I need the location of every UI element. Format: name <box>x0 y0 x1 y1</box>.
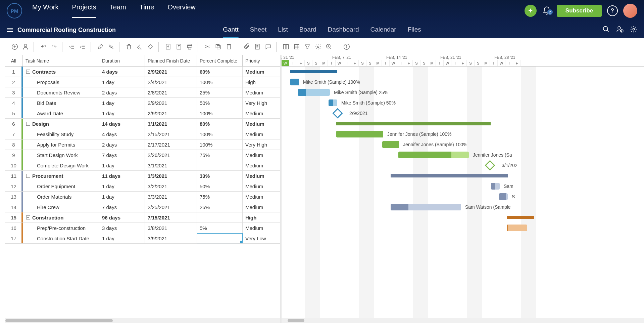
task-row[interactable]: 7Feasibility Study4 days2/15/2021100%Med… <box>5 129 280 139</box>
milestone-icon[interactable] <box>146 43 154 51</box>
task-row[interactable]: 3Documents Review2 days2/8/202125%Medium <box>5 87 280 98</box>
task-row[interactable]: 12Order Equipment1 day3/2/202150%Medium <box>5 181 280 192</box>
logo[interactable]: PM <box>7 3 22 18</box>
task-row[interactable]: 16Prep/Pre-construction3 days3/8/20215%M… <box>5 223 280 233</box>
indent-icon[interactable] <box>79 43 87 51</box>
settings-icon[interactable] <box>314 43 322 51</box>
task-row[interactable]: 5Award Date1 day2/9/2021100%Medium <box>5 108 280 119</box>
notes-icon[interactable] <box>253 43 261 51</box>
outdent-icon[interactable] <box>68 43 76 51</box>
svg-point-2 <box>618 27 621 29</box>
add-user-icon[interactable] <box>616 25 624 35</box>
task-row[interactable]: 17Construction Start Date1 day3/9/2021Ve… <box>5 233 280 244</box>
view-list[interactable]: List <box>278 22 288 38</box>
task-row[interactable]: 11Procurement11 days3/3/202133%Medium <box>5 171 280 181</box>
help-icon[interactable]: ? <box>607 5 618 16</box>
nav-my-work[interactable]: My Work <box>32 3 59 18</box>
copy-icon[interactable] <box>214 43 222 51</box>
view-board[interactable]: Board <box>299 22 316 38</box>
task-row[interactable]: 10Complete Design Work1 day3/1/2021Mediu… <box>5 160 280 171</box>
split-icon[interactable] <box>282 43 290 51</box>
view-files[interactable]: Files <box>408 22 421 38</box>
task-row[interactable]: 15Construction96 days7/15/2021High <box>5 212 280 223</box>
import-icon[interactable] <box>164 43 172 51</box>
svg-rect-36 <box>286 44 289 49</box>
project-name: Commercial Roofing Construction <box>17 27 116 34</box>
svg-point-50 <box>347 45 347 45</box>
export-icon[interactable] <box>175 43 183 51</box>
task-row[interactable]: 2Proposals1 day2/4/2021100%High <box>5 77 280 87</box>
view-sheet[interactable]: Sheet <box>250 22 267 38</box>
gear-icon[interactable] <box>630 26 637 34</box>
delete-icon[interactable] <box>125 43 133 51</box>
task-row[interactable]: 1Contracts4 days2/9/202160%Medium <box>5 67 280 77</box>
task-row[interactable]: 6Design14 days3/1/202180%Medium <box>5 119 280 129</box>
svg-marker-42 <box>305 45 309 49</box>
svg-point-10 <box>24 44 27 46</box>
undo-icon[interactable]: ↶ <box>39 43 47 51</box>
svg-rect-26 <box>188 47 191 49</box>
notifications-icon[interactable]: 2 <box>542 6 551 15</box>
notif-badge: 2 <box>547 9 553 15</box>
filter-icon[interactable] <box>303 43 311 51</box>
task-row[interactable]: 14Hire Crew7 days2/25/202125%Medium <box>5 202 280 212</box>
unlink-icon[interactable] <box>107 43 115 51</box>
svg-line-1 <box>607 30 609 32</box>
add-button[interactable]: + <box>525 5 537 17</box>
col-name[interactable]: Task Name <box>23 55 99 66</box>
task-row[interactable]: 4Bid Date1 day2/9/202150%Very High <box>5 98 280 108</box>
col-all[interactable]: All <box>5 55 23 66</box>
col-finish[interactable]: Planned Finish Date <box>145 55 197 66</box>
view-calendar[interactable]: Calendar <box>370 22 396 38</box>
col-priority[interactable]: Priority <box>243 55 280 66</box>
main-area: All Task Name Duration Planned Finish Da… <box>5 55 644 323</box>
link-icon[interactable] <box>96 43 104 51</box>
topbar: PM My WorkProjectsTeamTimeOverview + 2 S… <box>0 0 644 22</box>
view-gantt[interactable]: Gantt <box>223 22 238 38</box>
gantt-chart: N, 31 '21FEB, 7 '21FEB, 14 '21FEB, 21 '2… <box>282 55 644 323</box>
view-dashboard[interactable]: Dashboard <box>328 22 359 38</box>
avatar[interactable] <box>623 4 637 18</box>
svg-rect-37 <box>294 44 299 49</box>
nav-time[interactable]: Time <box>140 3 154 18</box>
info-icon[interactable] <box>343 43 351 51</box>
nav-team[interactable]: Team <box>110 3 126 18</box>
top-nav: My WorkProjectsTeamTimeOverview <box>32 3 196 18</box>
svg-rect-19 <box>148 44 153 49</box>
svg-rect-35 <box>284 44 286 49</box>
comment-icon[interactable] <box>264 43 272 51</box>
assign-icon[interactable] <box>21 43 30 51</box>
svg-line-18 <box>139 44 140 46</box>
project-bar: Commercial Roofing Construction GanttShe… <box>0 22 644 38</box>
svg-line-45 <box>330 47 331 49</box>
view-tabs: GanttSheetListBoardDashboardCalendarFile… <box>223 22 421 38</box>
subscribe-button[interactable]: Subscribe <box>557 5 602 17</box>
svg-point-0 <box>603 27 608 31</box>
grid-header: All Task Name Duration Planned Finish Da… <box>5 55 280 67</box>
gantt-header: N, 31 '21FEB, 7 '21FEB, 14 '21FEB, 21 '2… <box>282 55 644 67</box>
gantt-hscroll[interactable] <box>282 318 644 323</box>
cut-icon[interactable]: ✂ <box>203 43 211 51</box>
zoom-icon[interactable] <box>325 43 333 51</box>
search-icon[interactable] <box>602 26 610 34</box>
nav-overview[interactable]: Overview <box>167 3 195 18</box>
toolbar: ↶ ↷ ✂ <box>0 38 644 55</box>
svg-rect-28 <box>216 44 219 48</box>
grid-hscroll[interactable] <box>5 318 280 323</box>
redo-icon[interactable]: ↷ <box>50 43 58 51</box>
clear-icon[interactable] <box>136 43 144 51</box>
menu-icon[interactable] <box>7 28 13 32</box>
task-row[interactable]: 13Order Materials1 day3/3/202175%Medium <box>5 192 280 202</box>
svg-rect-27 <box>217 45 220 49</box>
col-duration[interactable]: Duration <box>99 55 145 66</box>
attach-icon[interactable] <box>243 43 251 51</box>
add-task-icon[interactable] <box>11 43 19 51</box>
task-row[interactable]: 8Apply for Permits2 days2/17/2021100%Ver… <box>5 139 280 150</box>
nav-projects[interactable]: Projects <box>72 3 96 18</box>
print-icon[interactable] <box>186 43 194 51</box>
task-row[interactable]: 9Start Design Work7 days2/26/202175%Medi… <box>5 150 280 160</box>
col-pct[interactable]: Percent Complete <box>197 55 243 66</box>
grid-icon[interactable] <box>293 43 301 51</box>
paste-icon[interactable] <box>225 43 233 51</box>
gantt-body[interactable]: .bar-summary::before,.bar-summary::after… <box>282 67 644 318</box>
